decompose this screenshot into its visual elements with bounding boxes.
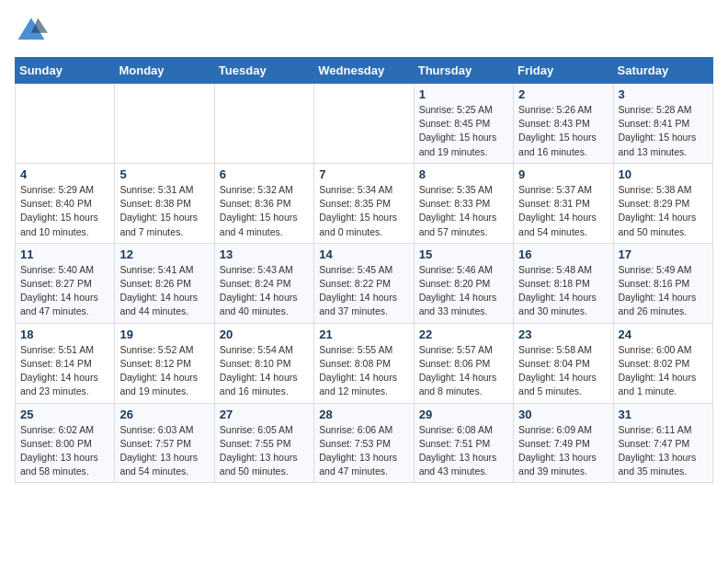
day-number: 24 [619,327,708,341]
calendar-cell: 16Sunrise: 5:48 AM Sunset: 8:18 PM Dayli… [514,243,613,323]
calendar-week-4: 18Sunrise: 5:51 AM Sunset: 8:14 PM Dayli… [16,323,713,403]
day-info: Sunrise: 5:31 AM Sunset: 8:38 PM Dayligh… [119,183,209,239]
day-number: 2 [518,87,608,101]
calendar-cell: 14Sunrise: 5:45 AM Sunset: 8:22 PM Dayli… [314,243,414,323]
calendar-cell: 31Sunrise: 6:11 AM Sunset: 7:47 PM Dayli… [613,403,712,483]
day-info: Sunrise: 5:51 AM Sunset: 8:14 PM Dayligh… [20,343,109,399]
day-info: Sunrise: 6:09 AM Sunset: 7:49 PM Dayligh… [518,423,608,479]
day-number: 7 [319,167,408,181]
day-number: 19 [119,327,209,341]
calendar-cell: 7Sunrise: 5:34 AM Sunset: 8:35 PM Daylig… [314,163,414,243]
col-thursday: Thursday [414,58,513,84]
page-header [15,15,713,48]
day-info: Sunrise: 5:43 AM Sunset: 8:24 PM Dayligh… [220,263,309,319]
day-info: Sunrise: 5:25 AM Sunset: 8:45 PM Dayligh… [419,103,508,159]
day-info: Sunrise: 5:32 AM Sunset: 8:36 PM Dayligh… [220,183,309,239]
calendar-cell: 6Sunrise: 5:32 AM Sunset: 8:36 PM Daylig… [214,163,313,243]
day-info: Sunrise: 5:58 AM Sunset: 8:04 PM Dayligh… [518,343,608,399]
calendar-cell [214,84,313,164]
day-info: Sunrise: 5:40 AM Sunset: 8:27 PM Dayligh… [20,263,109,319]
calendar-cell [115,84,214,164]
day-number: 20 [220,327,309,341]
day-number: 8 [419,167,508,181]
day-info: Sunrise: 5:52 AM Sunset: 8:12 PM Dayligh… [119,343,209,399]
calendar-cell: 12Sunrise: 5:41 AM Sunset: 8:26 PM Dayli… [115,243,214,323]
day-info: Sunrise: 5:34 AM Sunset: 8:35 PM Dayligh… [319,183,408,239]
logo-icon [15,15,48,48]
calendar-cell: 10Sunrise: 5:38 AM Sunset: 8:29 PM Dayli… [613,163,712,243]
day-number: 10 [619,167,708,181]
calendar-header: Sunday Monday Tuesday Wednesday Thursday… [16,58,713,84]
calendar-week-2: 4Sunrise: 5:29 AM Sunset: 8:40 PM Daylig… [16,163,713,243]
day-number: 16 [518,247,608,261]
day-info: Sunrise: 5:49 AM Sunset: 8:16 PM Dayligh… [619,263,708,319]
day-number: 1 [419,87,508,101]
calendar-cell: 23Sunrise: 5:58 AM Sunset: 8:04 PM Dayli… [514,323,613,403]
day-info: Sunrise: 6:03 AM Sunset: 7:57 PM Dayligh… [119,423,209,479]
day-number: 21 [319,327,408,341]
day-info: Sunrise: 6:02 AM Sunset: 8:00 PM Dayligh… [20,423,109,479]
calendar-cell: 27Sunrise: 6:05 AM Sunset: 7:55 PM Dayli… [214,403,313,483]
day-info: Sunrise: 5:57 AM Sunset: 8:06 PM Dayligh… [419,343,508,399]
calendar-week-3: 11Sunrise: 5:40 AM Sunset: 8:27 PM Dayli… [16,243,713,323]
day-number: 17 [619,247,708,261]
calendar-cell [314,84,414,164]
day-info: Sunrise: 5:54 AM Sunset: 8:10 PM Dayligh… [220,343,309,399]
calendar-cell: 5Sunrise: 5:31 AM Sunset: 8:38 PM Daylig… [115,163,214,243]
calendar-cell: 8Sunrise: 5:35 AM Sunset: 8:33 PM Daylig… [414,163,513,243]
calendar-week-1: 1Sunrise: 5:25 AM Sunset: 8:45 PM Daylig… [16,84,713,164]
col-saturday: Saturday [613,58,712,84]
calendar-cell: 21Sunrise: 5:55 AM Sunset: 8:08 PM Dayli… [314,323,414,403]
day-info: Sunrise: 5:29 AM Sunset: 8:40 PM Dayligh… [20,183,109,239]
day-info: Sunrise: 6:08 AM Sunset: 7:51 PM Dayligh… [419,423,508,479]
day-info: Sunrise: 5:55 AM Sunset: 8:08 PM Dayligh… [319,343,408,399]
day-number: 29 [419,408,508,421]
day-number: 26 [119,408,209,421]
day-info: Sunrise: 6:05 AM Sunset: 7:55 PM Dayligh… [220,423,309,479]
day-number: 25 [20,408,109,421]
day-number: 9 [518,167,608,181]
calendar-cell: 13Sunrise: 5:43 AM Sunset: 8:24 PM Dayli… [214,243,313,323]
day-info: Sunrise: 5:38 AM Sunset: 8:29 PM Dayligh… [619,183,708,239]
day-info: Sunrise: 6:06 AM Sunset: 7:53 PM Dayligh… [319,423,408,479]
calendar-cell [16,84,115,164]
day-info: Sunrise: 5:37 AM Sunset: 8:31 PM Dayligh… [518,183,608,239]
calendar-cell: 4Sunrise: 5:29 AM Sunset: 8:40 PM Daylig… [16,163,115,243]
calendar-cell: 19Sunrise: 5:52 AM Sunset: 8:12 PM Dayli… [115,323,214,403]
calendar-cell: 25Sunrise: 6:02 AM Sunset: 8:00 PM Dayli… [16,403,115,483]
day-number: 15 [419,247,508,261]
calendar-cell: 30Sunrise: 6:09 AM Sunset: 7:49 PM Dayli… [514,403,613,483]
calendar-week-5: 25Sunrise: 6:02 AM Sunset: 8:00 PM Dayli… [16,403,713,483]
calendar-body: 1Sunrise: 5:25 AM Sunset: 8:45 PM Daylig… [16,84,713,483]
calendar-cell: 11Sunrise: 5:40 AM Sunset: 8:27 PM Dayli… [16,243,115,323]
day-info: Sunrise: 6:11 AM Sunset: 7:47 PM Dayligh… [619,423,708,479]
day-number: 5 [119,167,209,181]
calendar-cell: 24Sunrise: 6:00 AM Sunset: 8:02 PM Dayli… [613,323,712,403]
day-info: Sunrise: 5:35 AM Sunset: 8:33 PM Dayligh… [419,183,508,239]
day-info: Sunrise: 5:41 AM Sunset: 8:26 PM Dayligh… [119,263,209,319]
day-number: 22 [419,327,508,341]
col-wednesday: Wednesday [314,58,414,84]
calendar-cell: 2Sunrise: 5:26 AM Sunset: 8:43 PM Daylig… [514,84,613,164]
day-number: 6 [220,167,309,181]
day-number: 3 [619,87,708,101]
day-number: 30 [518,408,608,421]
logo [15,15,51,48]
calendar-table: Sunday Monday Tuesday Wednesday Thursday… [15,57,713,483]
calendar-cell: 9Sunrise: 5:37 AM Sunset: 8:31 PM Daylig… [514,163,613,243]
day-number: 11 [20,247,109,261]
day-number: 28 [319,408,408,421]
calendar-cell: 15Sunrise: 5:46 AM Sunset: 8:20 PM Dayli… [414,243,513,323]
col-friday: Friday [514,58,613,84]
col-tuesday: Tuesday [214,58,313,84]
calendar-cell: 29Sunrise: 6:08 AM Sunset: 7:51 PM Dayli… [414,403,513,483]
day-number: 4 [20,167,109,181]
col-sunday: Sunday [16,58,115,84]
day-number: 31 [619,408,708,421]
calendar-cell: 28Sunrise: 6:06 AM Sunset: 7:53 PM Dayli… [314,403,414,483]
day-info: Sunrise: 5:46 AM Sunset: 8:20 PM Dayligh… [419,263,508,319]
day-info: Sunrise: 5:26 AM Sunset: 8:43 PM Dayligh… [518,103,608,159]
calendar-cell: 22Sunrise: 5:57 AM Sunset: 8:06 PM Dayli… [414,323,513,403]
day-number: 14 [319,247,408,261]
calendar-cell: 18Sunrise: 5:51 AM Sunset: 8:14 PM Dayli… [16,323,115,403]
